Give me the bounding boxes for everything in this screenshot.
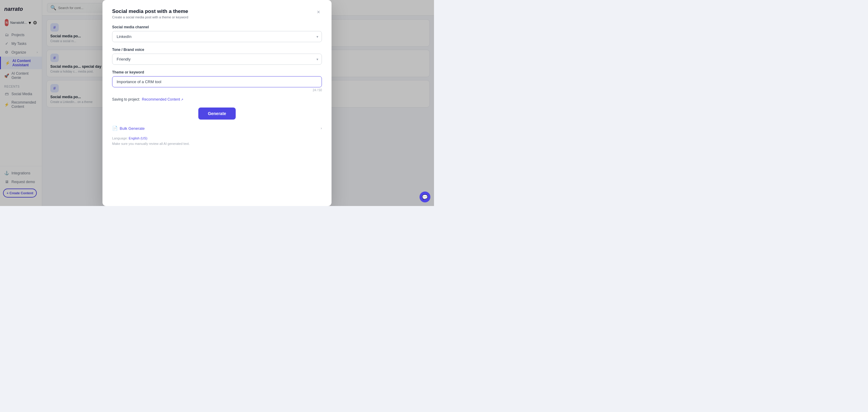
modal-overlay: Social media post with a theme Create a … xyxy=(0,0,434,206)
social-media-channel-label: Social media channel xyxy=(112,25,322,29)
generate-button[interactable]: Generate xyxy=(198,107,236,119)
social-media-channel-field: Social media channel LinkedIn Twitter Fa… xyxy=(112,25,322,42)
generate-button-row: Generate xyxy=(112,107,322,119)
modal-subtitle: Create a social media post with a theme … xyxy=(112,15,188,19)
theme-keyword-input[interactable] xyxy=(112,76,322,87)
theme-keyword-field: Theme or keyword 24 / 50 xyxy=(112,70,322,92)
disclaimer-text: Make sure you manually review all AI gen… xyxy=(112,142,322,145)
close-button[interactable]: × xyxy=(315,8,322,16)
tone-brand-voice-select[interactable]: Friendly Professional Casual Formal xyxy=(112,54,322,65)
saving-project-link[interactable]: Recommended Content ↗ xyxy=(142,97,184,102)
saving-to-project-row: Saving to project: Recommended Content ↗ xyxy=(112,97,322,102)
social-media-channel-select-wrapper: LinkedIn Twitter Facebook Instagram ▾ xyxy=(112,31,322,42)
modal-dialog: Social media post with a theme Create a … xyxy=(102,0,332,206)
social-media-channel-select[interactable]: LinkedIn Twitter Facebook Instagram xyxy=(112,31,322,42)
bulk-generate-button[interactable]: 📄 Bulk Generate xyxy=(112,126,145,131)
saving-to-project-label: Saving to project: xyxy=(112,97,140,102)
char-count: 24 / 50 xyxy=(112,89,322,92)
chevron-right-icon: › xyxy=(321,126,322,130)
theme-keyword-label: Theme or keyword xyxy=(112,70,322,74)
modal-title: Social media post with a theme xyxy=(112,8,188,14)
saving-project-name: Recommended Content xyxy=(142,97,180,102)
language-label: Language: xyxy=(112,136,128,140)
language-row: Language: English (US) xyxy=(112,136,322,140)
external-link-icon: ↗ xyxy=(181,98,183,101)
chat-support-button[interactable]: 💬 xyxy=(420,192,430,202)
tone-brand-voice-select-wrapper: Friendly Professional Casual Formal ▾ xyxy=(112,54,322,65)
modal-header: Social media post with a theme Create a … xyxy=(112,8,322,19)
copy-icon: 📄 xyxy=(112,126,118,131)
language-link[interactable]: English (US) xyxy=(129,136,147,140)
bulk-generate-label: Bulk Generate xyxy=(120,126,145,131)
tone-brand-voice-field: Tone / Brand voice Friendly Professional… xyxy=(112,47,322,65)
bulk-generate-row: 📄 Bulk Generate › xyxy=(112,126,322,131)
modal-title-area: Social media post with a theme Create a … xyxy=(112,8,188,19)
tone-brand-voice-label: Tone / Brand voice xyxy=(112,47,322,52)
chat-icon: 💬 xyxy=(422,194,428,200)
